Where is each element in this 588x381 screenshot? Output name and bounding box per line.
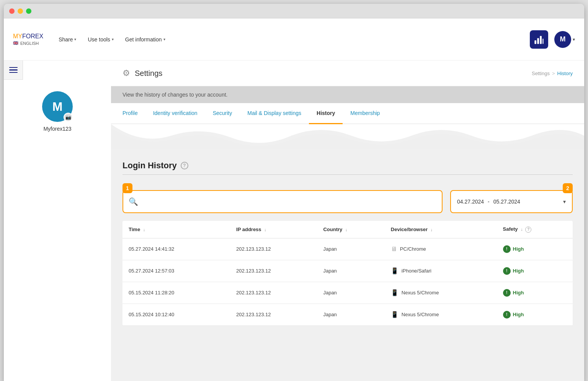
sort-icon: ↓ [431,227,433,232]
svg-rect-0 [534,40,536,44]
col-device[interactable]: Device/browser ↓ [385,221,497,238]
col-ip[interactable]: IP address ↓ [230,221,317,238]
camera-icon[interactable]: 📷 [64,113,73,122]
user-menu[interactable]: M ▾ [554,31,575,48]
tabs-bar: Profile Identity verification Security M… [111,103,584,124]
minimize-dot[interactable] [18,8,23,14]
chevron-down-icon: ▾ [573,37,575,42]
svg-rect-1 [537,38,539,44]
breadcrumb: Settings > History [532,71,573,76]
cell-ip: 202.123.123.12 [230,238,317,260]
table-row: 05.27.2024 12:57:03 202.123.123.12 Japan… [122,260,573,282]
cell-country: Japan [317,282,384,304]
right-col: ⚙ Settings Settings > History View the h… [111,61,584,381]
safety-indicator: ! [503,245,511,253]
date-to: 05.27.2024 [493,199,520,205]
mobile-icon: 📱 [391,267,399,274]
logo-forex: FOREX [22,33,43,40]
col-time[interactable]: Time ↓ [122,221,230,238]
logo-lang: 🇬🇧 ENGLISH [13,41,43,46]
info-banner: View the history of changes to your acco… [111,86,584,103]
settings-title: Settings [135,69,162,78]
tab-security[interactable]: Security [205,103,240,124]
sort-icon: ↓ [345,227,348,232]
logo-my: MY [13,33,22,40]
filter-row: 1 🔍 2 04.27.2024 - [122,184,573,213]
filter-badge-1: 1 [122,183,132,193]
date-range-picker[interactable]: 04.27.2024 - 05.27.2024 ▾ [450,190,573,213]
search-input-wrapper: 🔍 [122,190,443,213]
sort-icon: ↓ [521,227,523,232]
safety-label: High [513,312,524,317]
title-bar [4,4,584,18]
cell-safety: ! High [497,238,573,260]
breadcrumb-parent: Settings [532,71,550,76]
cell-country: Japan [317,304,384,325]
hamburger-icon [9,67,18,73]
user-avatar: M [554,31,571,48]
window: MY FOREX 🇬🇧 ENGLISH Share ▾ Use tools ▾ … [4,4,584,381]
hamburger-button[interactable] [4,61,23,80]
page-body: M 📷 Myforex123 ⚙ Settings Settings > His… [4,61,584,381]
settings-top: ⚙ Settings Settings > History View the h… [111,61,584,124]
date-separator: - [488,199,490,205]
cell-ip: 202.123.123.12 [230,282,317,304]
cell-ip: 202.123.123.12 [230,304,317,325]
breadcrumb-separator: > [552,71,555,76]
avatar-section: M 📷 Myforex123 [4,80,111,143]
tab-identity-verification[interactable]: Identity verification [145,103,205,124]
chart-icon-button[interactable] [530,30,548,49]
safety-label: High [513,246,524,252]
chevron-down-icon: ▾ [163,37,165,41]
sidebar: M 📷 Myforex123 [4,61,111,381]
cell-country: Japan [317,238,384,260]
gear-icon: ⚙ [122,68,130,78]
wave-divider [111,124,584,149]
cell-time: 05.27.2024 12:57:03 [122,260,230,282]
svg-rect-3 [542,38,543,44]
col-country[interactable]: Country ↓ [317,221,384,238]
login-history-table: Time ↓ IP address ↓ Country ↓ [122,221,573,326]
cell-device: 📱 Nexus 5/Chrome [385,304,497,325]
below-tabs: Login History ? 1 🔍 [111,124,584,381]
search-input[interactable] [122,190,443,213]
logo: MY FOREX 🇬🇧 ENGLISH [13,33,43,46]
safety-label: High [513,290,524,296]
safety-help-icon[interactable]: ? [525,227,531,233]
svg-rect-2 [540,36,542,44]
maximize-dot[interactable] [26,8,31,14]
top-nav: MY FOREX 🇬🇧 ENGLISH Share ▾ Use tools ▾ … [4,18,584,61]
search-group: 1 🔍 [122,190,443,213]
login-history-title: Login History [122,161,177,171]
safety-label: High [513,268,524,274]
tab-mail-display[interactable]: Mail & Display settings [240,103,309,124]
tab-profile[interactable]: Profile [122,103,145,124]
cell-time: 05.15.2024 10:12:40 [122,304,230,325]
settings-header: ⚙ Settings Settings > History [111,61,584,86]
close-dot[interactable] [9,8,15,14]
tab-history[interactable]: History [309,103,343,124]
date-from: 04.27.2024 [457,199,484,205]
cell-safety: ! High [497,260,573,282]
filter-badge-2: 2 [563,183,573,193]
nav-share[interactable]: Share ▾ [59,36,76,43]
tab-membership[interactable]: Membership [343,103,387,124]
cell-device: 📱 Nexus 5/Chrome [385,282,497,304]
cell-device: 📱 iPhone/Safari [385,260,497,282]
wave-svg [111,124,584,149]
breadcrumb-current[interactable]: History [557,71,573,76]
section-header: Login History ? [122,161,573,171]
table-row: 05.15.2024 10:12:40 202.123.123.12 Japan… [122,304,573,325]
chevron-down-icon: ▾ [74,37,76,41]
chevron-down-icon: ▾ [112,37,114,41]
table-header: Time ↓ IP address ↓ Country ↓ [122,221,573,238]
cell-country: Japan [317,260,384,282]
nav-use-tools[interactable]: Use tools ▾ [88,36,113,43]
nav-get-information[interactable]: Get information ▾ [125,36,165,43]
help-icon[interactable]: ? [181,162,188,169]
col-safety[interactable]: Safety ↓ ? [497,221,573,238]
desktop-icon: 🖥 [391,246,397,253]
content-area: Login History ? 1 🔍 [111,149,584,337]
chart-icon [534,34,544,45]
date-range-group: 2 04.27.2024 - 05.27.2024 ▾ [450,190,573,213]
